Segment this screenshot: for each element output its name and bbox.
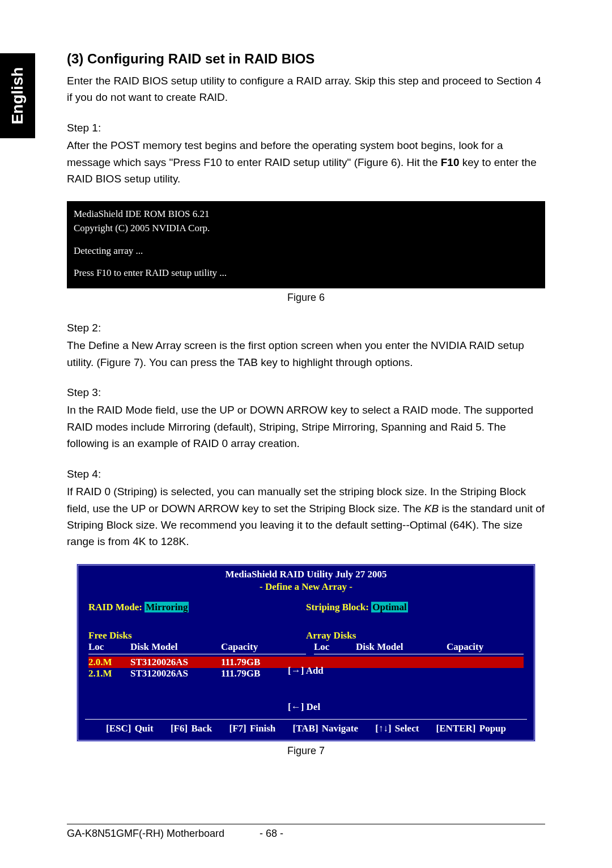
- raid-util-title: MediaShield RAID Utility July 27 2005: [78, 565, 534, 581]
- spacer: [74, 236, 538, 244]
- col-cap: Capacity: [221, 641, 289, 653]
- add-hint: [→] Add: [288, 665, 324, 676]
- disk-model: ST3120026AS: [130, 657, 221, 668]
- page-footer: GA-K8N51GMF(-RH) Motherboard - 68 -: [67, 824, 545, 840]
- free-cols: Loc Disk Model Capacity: [88, 641, 306, 654]
- raid-util-subtitle: - Define a New Array -: [78, 581, 534, 593]
- mode-row: RAID Mode: Mirroring Striping Block: Opt…: [78, 602, 534, 613]
- raid-mode-label: RAID Mode:: [88, 602, 142, 612]
- step2-label: Step 2:: [67, 320, 545, 336]
- language-tab-label: English: [8, 67, 27, 124]
- raid-mode-field[interactable]: RAID Mode: Mirroring: [88, 602, 306, 613]
- hint-back: [F6] Back: [171, 723, 212, 734]
- disk-loc: 2.1.M: [88, 668, 130, 679]
- step1-text-a: After the POST memory test begins and be…: [67, 139, 503, 168]
- step4-text: If RAID 0 (Striping) is selected, you ca…: [67, 483, 545, 550]
- striping-label: Striping Block:: [306, 602, 369, 612]
- figure6-caption: Figure 6: [67, 292, 545, 304]
- hint-select: [↑↓] Select: [375, 723, 419, 734]
- add-del-hints: [→] Add [←] Del: [288, 665, 324, 713]
- language-tab: English: [0, 53, 35, 138]
- disk-loc: 2.0.M: [88, 657, 130, 668]
- del-hint: [←] Del: [288, 701, 324, 713]
- array-cols: Loc Disk Model Capacity: [314, 641, 524, 654]
- raid-utility-panel: MediaShield RAID Utility July 27 2005 - …: [76, 564, 536, 742]
- bios-post-box: MediaShield IDE ROM BIOS 6.21 Copyright …: [67, 201, 545, 288]
- intro-paragraph: Enter the RAID BIOS setup utility to con…: [67, 73, 545, 106]
- array-disks-block: Array Disks Loc Disk Model Capacity: [306, 630, 524, 657]
- step3-text: In the RAID Mode field, use the UP or DO…: [67, 402, 545, 452]
- bios-line3: Detecting array ...: [74, 244, 538, 258]
- bios-line2: Copyright (C) 2005 NVIDIA Corp.: [74, 221, 538, 236]
- disk-model: ST3120026AS: [130, 668, 221, 679]
- hint-nav: [TAB] Navigate: [293, 723, 358, 734]
- hint-popup: [ENTER] Popup: [436, 723, 506, 734]
- bios-line4: Press F10 to enter RAID setup utility ..…: [74, 266, 538, 280]
- step1-key: F10: [441, 156, 460, 168]
- col-loc: Loc: [314, 641, 356, 653]
- raid-footer-bar: [ESC] Quit [F6] Back [F7] Finish [TAB] N…: [85, 719, 527, 734]
- figure7-caption: Figure 7: [67, 745, 545, 757]
- step3-label: Step 3:: [67, 384, 545, 401]
- step1-text: After the POST memory test begins and be…: [67, 137, 545, 187]
- array-disks-heading: Array Disks: [306, 630, 524, 641]
- step1-label: Step 1:: [67, 120, 545, 136]
- disk-cap: 111.79GB: [221, 668, 289, 679]
- col-model: Disk Model: [356, 641, 447, 653]
- striping-value: Optimal: [371, 602, 407, 612]
- section-title: (3) Configuring RAID set in RAID BIOS: [67, 51, 545, 67]
- footer-page: - 68 -: [260, 828, 328, 840]
- hint-quit: [ESC] Quit: [106, 723, 154, 734]
- bios-line1: MediaShield IDE ROM BIOS 6.21: [74, 207, 538, 222]
- footer-board: GA-K8N51GMF(-RH) Motherboard: [67, 828, 260, 840]
- striping-block-field[interactable]: Striping Block: Optimal: [306, 602, 524, 613]
- step4-label: Step 4:: [67, 466, 545, 482]
- disk-cap: 111.79GB: [221, 657, 289, 668]
- disks-headers: Free Disks Loc Disk Model Capacity Array…: [78, 630, 534, 657]
- free-disks-block: Free Disks Loc Disk Model Capacity: [88, 630, 306, 657]
- step4-kb: KB: [424, 503, 439, 514]
- page-content: (3) Configuring RAID set in RAID BIOS En…: [67, 51, 545, 757]
- col-loc: Loc: [88, 641, 130, 653]
- hint-finish: [F7] Finish: [230, 723, 276, 734]
- spacer: [74, 258, 538, 266]
- col-model: Disk Model: [130, 641, 221, 653]
- disk-list[interactable]: 2.0.M ST3120026AS 111.79GB 2.1.M ST31200…: [78, 657, 534, 719]
- col-cap: Capacity: [447, 641, 515, 653]
- raid-mode-value: Mirroring: [144, 602, 189, 612]
- free-disks-heading: Free Disks: [88, 630, 306, 641]
- step2-text: The Define a New Array screen is the fir…: [67, 337, 545, 371]
